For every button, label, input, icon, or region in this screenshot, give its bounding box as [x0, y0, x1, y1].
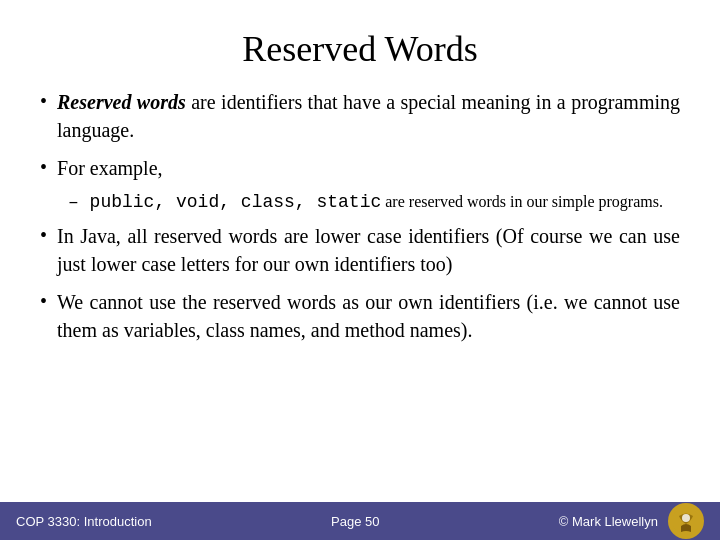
footer-right-section: © Mark Llewellyn: [559, 503, 704, 539]
bullet-symbol-4: •: [40, 290, 47, 313]
bullet-item-4: • We cannot use the reserved words as ou…: [40, 288, 680, 344]
footer-page: Page 50: [331, 514, 379, 529]
bullet-item-1: • Reserved words are identifiers that ha…: [40, 88, 680, 144]
java-lower-case-text: In Java, all reserved words are lower ca…: [57, 225, 680, 275]
bullet-text-2: For example,: [57, 154, 163, 182]
bullet-text-1: Reserved words are identifiers that have…: [57, 88, 680, 144]
slide: Reserved Words • Reserved words are iden…: [0, 0, 720, 540]
bullet-item-3: • In Java, all reserved words are lower …: [40, 222, 680, 278]
footer-copyright: © Mark Llewellyn: [559, 514, 658, 529]
code-keywords: – public, void, class, static: [68, 192, 381, 212]
logo-icon: [668, 503, 704, 539]
footer-course: COP 3330: Introduction: [16, 514, 152, 529]
bullet-symbol-3: •: [40, 224, 47, 247]
bullet-text-3: In Java, all reserved words are lower ca…: [57, 222, 680, 278]
slide-title: Reserved Words: [40, 28, 680, 70]
footer: COP 3330: Introduction Page 50 © Mark Ll…: [0, 502, 720, 540]
logo-svg: [671, 506, 701, 536]
reserved-words-term: Reserved words: [57, 91, 186, 113]
bullet-symbol-2: •: [40, 156, 47, 179]
content-area: • Reserved words are identifiers that ha…: [40, 88, 680, 540]
sub-item-1: – public, void, class, static are reserv…: [68, 192, 680, 212]
svg-point-1: [682, 514, 690, 522]
cannot-use-text: We cannot use the reserved words as our …: [57, 291, 680, 341]
bullet-text-4: We cannot use the reserved words as our …: [57, 288, 680, 344]
sub-item-line: – public, void, class, static are reserv…: [68, 193, 663, 210]
bullet-item-2: • For example,: [40, 154, 680, 182]
for-example-text: For example,: [57, 157, 163, 179]
bullet-symbol-1: •: [40, 90, 47, 113]
sub-item-normal-text: are reserved words in our simple program…: [385, 193, 663, 210]
